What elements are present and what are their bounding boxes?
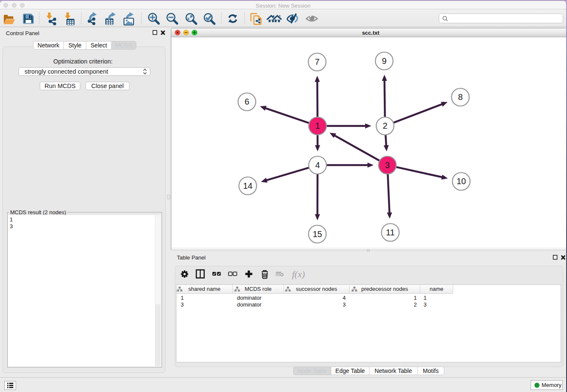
svg-text:2: 2 [383,121,387,130]
svg-text:7: 7 [315,57,319,66]
svg-text:11: 11 [386,228,395,237]
svg-text:6: 6 [245,97,249,106]
svg-text:10: 10 [457,177,466,186]
svg-text:4: 4 [315,160,320,170]
svg-text:14: 14 [243,181,252,190]
svg-text:15: 15 [313,229,322,239]
svg-text:9: 9 [382,56,386,66]
svg-text:8: 8 [458,92,462,102]
svg-text:f(x): f(x) [292,269,305,279]
svg-text:3: 3 [385,160,390,170]
svg-text:1: 1 [315,121,320,130]
